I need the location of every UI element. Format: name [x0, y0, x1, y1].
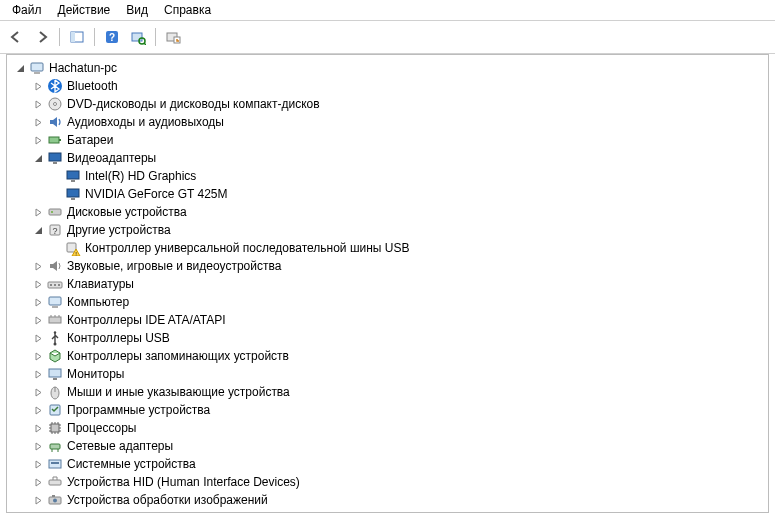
display-icon — [65, 186, 81, 202]
expander-icon[interactable] — [13, 61, 27, 75]
expander-icon[interactable] — [31, 475, 45, 489]
tree-node-usbctrl[interactable]: !Контроллер универсальной последовательн… — [7, 239, 768, 257]
svg-rect-18 — [71, 180, 75, 182]
tree-node-storage[interactable]: Контроллеры запоминающих устройств — [7, 347, 768, 365]
tree-node-cpu[interactable]: Процессоры — [7, 419, 768, 437]
svg-rect-44 — [51, 462, 59, 464]
tree-node-label: Аудиовходы и аудиовыходы — [67, 113, 224, 131]
expander-icon[interactable] — [31, 331, 45, 345]
svg-rect-16 — [53, 162, 57, 164]
sound-icon — [47, 258, 63, 274]
expander-icon[interactable] — [31, 313, 45, 327]
tree-node-label: Контроллеры IDE ATA/ATAPI — [67, 311, 226, 329]
expander-icon — [49, 241, 63, 255]
tree-node-intel[interactable]: Intel(R) HD Graphics — [7, 167, 768, 185]
tree-node-software[interactable]: Программные устройства — [7, 401, 768, 419]
expander-icon[interactable] — [31, 493, 45, 507]
show-hide-tree-button[interactable] — [65, 25, 89, 49]
svg-rect-48 — [52, 495, 55, 497]
toolbar-separator — [94, 28, 95, 46]
expander-icon[interactable] — [31, 79, 45, 93]
tree-node-disk[interactable]: Дисковые устройства — [7, 203, 768, 221]
svg-rect-21 — [49, 209, 61, 215]
scan-hardware-button[interactable] — [126, 25, 150, 49]
tree-node-label: Программные устройства — [67, 401, 210, 419]
expander-icon[interactable] — [31, 223, 45, 237]
expander-icon — [49, 169, 63, 183]
svg-rect-30 — [54, 284, 56, 286]
expander-icon[interactable] — [31, 367, 45, 381]
tree-node-network[interactable]: Сетевые адаптеры — [7, 437, 768, 455]
svg-rect-45 — [49, 480, 61, 485]
properties-button[interactable] — [161, 25, 185, 49]
expander-icon[interactable] — [31, 115, 45, 129]
tree-node-label: Устройства обработки изображений — [67, 491, 268, 509]
tree-node-label: Звуковые, игровые и видеоустройства — [67, 257, 281, 275]
svg-text:?: ? — [109, 32, 115, 43]
tree-node-mouse[interactable]: Мыши и иные указывающие устройства — [7, 383, 768, 401]
tree-node-battery[interactable]: Батареи — [7, 131, 768, 149]
expander-icon[interactable] — [31, 295, 45, 309]
svg-rect-29 — [50, 284, 52, 286]
svg-rect-32 — [49, 297, 61, 305]
expander-icon[interactable] — [31, 133, 45, 147]
arrow-right-icon — [34, 29, 50, 45]
tree-node-keyboard[interactable]: Клавиатуры — [7, 275, 768, 293]
tree-node-other[interactable]: ?Другие устройства — [7, 221, 768, 239]
expander-icon[interactable] — [31, 349, 45, 363]
svg-rect-31 — [58, 284, 60, 286]
tree-node-hid[interactable]: Устройства HID (Human Interface Devices) — [7, 473, 768, 491]
tree-node-usb[interactable]: Контроллеры USB — [7, 329, 768, 347]
svg-rect-14 — [59, 139, 61, 141]
tree-node-label: Другие устройства — [67, 221, 171, 239]
toolbar-separator — [59, 28, 60, 46]
svg-point-35 — [54, 343, 57, 346]
tree-node-computer[interactable]: Компьютер — [7, 293, 768, 311]
svg-rect-8 — [31, 63, 43, 71]
expander-icon[interactable] — [31, 277, 45, 291]
expander-icon[interactable] — [31, 97, 45, 111]
tree-node-bluetooth[interactable]: Bluetooth — [7, 77, 768, 95]
computer-icon — [29, 60, 45, 76]
svg-point-36 — [54, 331, 56, 333]
forward-button[interactable] — [30, 25, 54, 49]
tree-node-label: Видеоадаптеры — [67, 149, 156, 167]
tree-node-root[interactable]: Hachatun-pc — [7, 59, 768, 77]
expander-icon[interactable] — [31, 421, 45, 435]
tree-node-dvd[interactable]: DVD-дисководы и дисководы компакт-дисков — [7, 95, 768, 113]
tree-node-label: Intel(R) HD Graphics — [85, 167, 196, 185]
expander-icon[interactable] — [31, 151, 45, 165]
help-button[interactable]: ? — [100, 25, 124, 49]
ide-icon — [47, 312, 63, 328]
svg-point-47 — [53, 499, 57, 503]
tree-node-monitor[interactable]: Мониторы — [7, 365, 768, 383]
device-tree[interactable]: Hachatun-pcBluetoothDVD-дисководы и диск… — [6, 54, 769, 513]
menu-view[interactable]: Вид — [118, 1, 156, 19]
bluetooth-icon — [47, 78, 63, 94]
computer-sm-icon — [47, 294, 63, 310]
mouse-icon — [47, 384, 63, 400]
tree-node-ide[interactable]: Контроллеры IDE ATA/ATAPI — [7, 311, 768, 329]
expander-icon[interactable] — [31, 385, 45, 399]
expander-icon[interactable] — [31, 259, 45, 273]
tree-node-label: Мыши и иные указывающие устройства — [67, 383, 290, 401]
menu-help[interactable]: Справка — [156, 1, 219, 19]
menu-file[interactable]: Файл — [4, 1, 50, 19]
tree-node-label: Сетевые адаптеры — [67, 437, 173, 455]
tree-node-nvidia[interactable]: NVIDIA GeForce GT 425M — [7, 185, 768, 203]
expander-icon[interactable] — [31, 439, 45, 453]
tree-node-sound[interactable]: Звуковые, игровые и видеоустройства — [7, 257, 768, 275]
tree-node-display[interactable]: Видеоадаптеры — [7, 149, 768, 167]
display-icon — [47, 150, 63, 166]
expander-icon[interactable] — [31, 205, 45, 219]
tree-node-system[interactable]: Системные устройства — [7, 455, 768, 473]
expander-icon[interactable] — [31, 457, 45, 471]
expander-icon[interactable] — [31, 403, 45, 417]
tree-node-label: Клавиатуры — [67, 275, 134, 293]
tree-node-audio[interactable]: Аудиовходы и аудиовыходы — [7, 113, 768, 131]
tree-node-imaging[interactable]: Устройства обработки изображений — [7, 491, 768, 509]
back-button[interactable] — [4, 25, 28, 49]
menu-action[interactable]: Действие — [50, 1, 119, 19]
tree-node-label: NVIDIA GeForce GT 425M — [85, 185, 228, 203]
svg-rect-19 — [67, 189, 79, 197]
